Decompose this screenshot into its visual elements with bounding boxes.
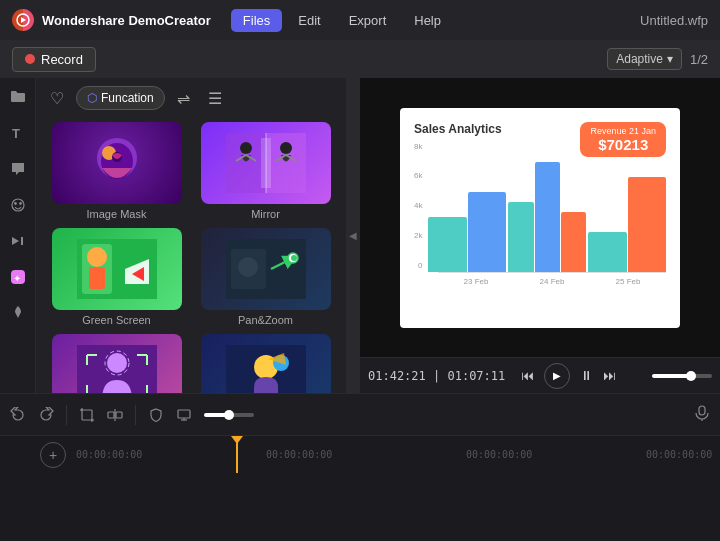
list-item: chroma key thumb: [195, 334, 336, 393]
screen-button[interactable]: [176, 407, 192, 423]
svg-text:✦: ✦: [13, 273, 21, 284]
panel-label-mirror: Mirror: [251, 208, 280, 220]
timeline-add-button[interactable]: +: [40, 442, 66, 468]
svg-rect-40: [108, 412, 114, 418]
panel-thumb-image-mask[interactable]: [52, 122, 182, 204]
sidebar-icon-skip[interactable]: [7, 230, 29, 252]
split-button[interactable]: [107, 407, 123, 423]
sidebar: T ✦: [0, 78, 36, 393]
bar-25feb-teal: [588, 232, 626, 272]
timeline: + 00:00:00:00 00:00:00:00 00:00:00:00 00…: [0, 435, 720, 473]
svg-point-15: [280, 142, 292, 154]
bar-23feb-teal: [428, 217, 466, 272]
adaptive-control: Adaptive ▾ 1/2: [607, 48, 708, 70]
play-button[interactable]: ▶: [544, 363, 570, 389]
menu-files[interactable]: Files: [231, 9, 282, 32]
playback-controls: ⏮ ▶ ⏸ ⏭: [521, 363, 616, 389]
adaptive-label: Adaptive: [616, 52, 663, 66]
playback-bar: 01:42:21 | 01:07:11 ⏮ ▶ ⏸ ⏭: [360, 357, 720, 393]
logo-icon: [12, 9, 34, 31]
panel-tab-heart[interactable]: ♡: [44, 87, 70, 110]
play-back-button[interactable]: ⏮: [521, 368, 534, 383]
sidebar-icon-folder[interactable]: [7, 86, 29, 108]
x-axis: 23 Feb 24 Feb 25 Feb: [438, 277, 666, 286]
pause-button[interactable]: ⏸: [580, 368, 593, 383]
svg-point-29: [107, 353, 127, 373]
toolbar: [0, 393, 720, 435]
preview-canvas: Sales Analytics Revenue 21 Jan $70213 8k…: [360, 78, 720, 357]
speed-handle: [224, 410, 234, 420]
panel-label-green-screen: Green Screen: [82, 314, 150, 326]
panel-tab-transitions[interactable]: ⇌: [171, 87, 196, 110]
chart-container: Sales Analytics Revenue 21 Jan $70213 8k…: [400, 108, 680, 328]
main-area: T ✦ ♡ ⬡ Funcation ⇌ ☰: [0, 78, 720, 393]
svg-rect-20: [89, 267, 105, 289]
file-title: Untitled.wfp: [640, 13, 708, 28]
sidebar-icon-effects[interactable]: ✦: [7, 266, 29, 288]
panel-tab-menu[interactable]: ☰: [202, 87, 228, 110]
record-label: Record: [41, 52, 83, 67]
play-forward-button[interactable]: ⏭: [603, 368, 616, 383]
x-label-25feb: 25 Feb: [616, 277, 641, 286]
svg-point-27: [291, 255, 297, 261]
shield-button[interactable]: [148, 407, 164, 423]
preview-area: Sales Analytics Revenue 21 Jan $70213 8k…: [360, 78, 720, 393]
redo-button[interactable]: [38, 407, 54, 423]
adaptive-select[interactable]: Adaptive ▾: [607, 48, 682, 70]
svg-rect-34: [82, 410, 92, 420]
svg-point-3: [14, 203, 16, 205]
funcation-icon: ⬡: [87, 91, 97, 105]
timeline-track: 00:00:00:00 00:00:00:00 00:00:00:00 00:0…: [66, 436, 720, 473]
app-name: Wondershare DemoCreator: [42, 13, 211, 28]
speed-slider[interactable]: [204, 413, 254, 417]
x-label-23feb: 23 Feb: [464, 277, 489, 286]
panel-tab-funcation[interactable]: ⬡ Funcation: [76, 86, 165, 110]
panel-thumb-green-screen[interactable]: [52, 228, 182, 310]
record-dot: [25, 54, 35, 64]
playhead[interactable]: [236, 436, 238, 473]
sidebar-icon-text[interactable]: T: [7, 122, 29, 144]
page-indicator: 1/2: [690, 52, 708, 67]
panel-label-pan-zoom: Pan&Zoom: [238, 314, 293, 326]
undo-button[interactable]: [10, 407, 26, 423]
panel-thumb-chroma[interactable]: [201, 334, 331, 393]
sidebar-icon-emoji[interactable]: [7, 194, 29, 216]
divider: [66, 405, 67, 425]
panel-thumb-mirror[interactable]: [201, 122, 331, 204]
list-item: Mirror: [195, 122, 336, 220]
panel-tabs: ♡ ⬡ Funcation ⇌ ☰: [36, 78, 346, 116]
record-button[interactable]: Record: [12, 47, 96, 72]
panel-grid: Image Mask: [36, 116, 346, 393]
sidebar-icon-comment[interactable]: [7, 158, 29, 180]
panel-collapse-handle[interactable]: ◀: [346, 78, 360, 393]
crop-button[interactable]: [79, 407, 95, 423]
revenue-amount: $70213: [590, 136, 656, 153]
time-marker-0: 00:00:00:00: [76, 449, 142, 460]
record-bar: Record Adaptive ▾ 1/2: [0, 40, 720, 78]
x-label-24feb: 24 Feb: [540, 277, 565, 286]
speed-control: [204, 413, 254, 417]
funcation-label: Funcation: [101, 91, 154, 105]
bar-24feb-blue: [535, 162, 560, 272]
svg-rect-42: [178, 410, 190, 418]
menu-help[interactable]: Help: [402, 9, 453, 32]
mic-button[interactable]: [694, 405, 710, 425]
svg-rect-45: [699, 406, 705, 415]
panel-label-image-mask: Image Mask: [87, 208, 147, 220]
menu-items: Files Edit Export Help: [231, 9, 620, 32]
svg-point-14: [240, 142, 252, 154]
menu-edit[interactable]: Edit: [286, 9, 332, 32]
time-marker-3: 00:00:00:00: [646, 449, 712, 460]
bar-25feb-orange: [628, 177, 666, 272]
sidebar-icon-rocket[interactable]: [7, 302, 29, 324]
list-item: Pan&Zoom: [195, 228, 336, 326]
svg-rect-16: [261, 138, 271, 188]
panel-thumb-pan-zoom[interactable]: [201, 228, 331, 310]
volume-slider[interactable]: [652, 374, 712, 378]
svg-point-25: [238, 257, 258, 277]
panel-thumb-portrait[interactable]: [52, 334, 182, 393]
time-marker-1: 00:00:00:00: [266, 449, 332, 460]
chart-area: 8k 6k 4k 2k 0: [414, 142, 666, 297]
svg-rect-41: [116, 412, 122, 418]
menu-export[interactable]: Export: [337, 9, 399, 32]
